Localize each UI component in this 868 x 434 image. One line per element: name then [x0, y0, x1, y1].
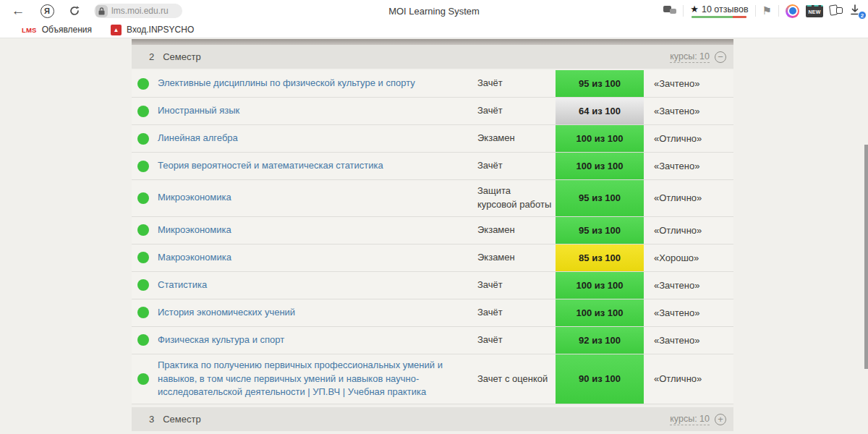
- yandex-home-button[interactable]: Я: [35, 1, 59, 21]
- status-dot-icon: [137, 373, 149, 385]
- status-dot-icon: [137, 133, 149, 145]
- bookmark-inpsycho[interactable]: ▲ Вход.INPSYCHO: [111, 25, 194, 35]
- lms-favicon: LMS: [22, 26, 37, 34]
- course-row: Иностранный язык Зачёт 64 из 100 «Зачтен…: [132, 98, 733, 125]
- grade-label: «Зачтено»: [644, 153, 733, 179]
- score-cell: 90 из 100: [556, 354, 644, 404]
- scrollbar-thumb[interactable]: [864, 145, 868, 369]
- course-link[interactable]: Микроэкономика: [158, 217, 477, 244]
- star-icon: ★: [690, 4, 699, 14]
- course-link[interactable]: Статистика: [158, 272, 477, 299]
- course-link[interactable]: Макроэкономика: [158, 244, 477, 271]
- browser-extension-icon[interactable]: [786, 4, 799, 18]
- semester-3-courses-link[interactable]: курсы: 10: [670, 414, 710, 425]
- bookmark-flag-icon[interactable]: ⚑: [762, 4, 772, 17]
- grade-label: «Отлично»: [644, 354, 733, 404]
- yandex-logo-icon: Я: [41, 4, 54, 18]
- expand-section-button[interactable]: +: [715, 414, 726, 425]
- exam-type-label: Зачёт: [477, 299, 556, 326]
- toolbar-divider: [683, 5, 684, 17]
- score-cell: 85 из 100: [556, 244, 644, 271]
- course-row: Микроэкономика Экзамен 95 из 100 «Отличн…: [132, 217, 733, 244]
- course-row: Макроэкономика Экзамен 85 из 100 «Хорошо…: [132, 244, 733, 272]
- status-dot-icon: [137, 78, 149, 90]
- downloads-button[interactable]: 2: [849, 4, 864, 18]
- score-cell: 100 из 100: [556, 272, 644, 299]
- exam-type-label: Зачёт: [477, 153, 556, 179]
- refresh-icon: [69, 5, 80, 17]
- course-row: Физическая культура и спорт Зачёт 92 из …: [132, 327, 733, 354]
- status-dot-icon: [137, 334, 149, 346]
- grade-label: «Зачтено»: [644, 272, 733, 299]
- grade-label: «Хорошо»: [644, 244, 733, 271]
- bookmark-label: Вход.INPSYCHO: [127, 25, 194, 35]
- browser-toolbar: ← Я lms.moi.edu.ru MOI Learning System ★…: [0, 0, 868, 22]
- course-link[interactable]: Физическая культура и спорт: [158, 327, 477, 354]
- semester-3-header: 3 Семестр курсы: 10 +: [132, 407, 733, 431]
- course-row: Линейная алгебра Экзамен 100 из 100 «Отл…: [132, 125, 733, 153]
- course-link[interactable]: Иностранный язык: [158, 98, 477, 124]
- score-cell: 95 из 100: [556, 70, 644, 97]
- refresh-button[interactable]: [62, 1, 87, 21]
- grade-label: «Зачтено»: [644, 98, 733, 124]
- semester-title: Семестр: [163, 51, 200, 62]
- course-link[interactable]: Теория вероятностей и математическая ста…: [158, 153, 477, 179]
- address-bar[interactable]: lms.moi.edu.ru: [94, 4, 182, 18]
- grade-label: «Зачтено»: [644, 70, 733, 97]
- url-text: lms.moi.edu.ru: [111, 6, 169, 16]
- back-button[interactable]: ←: [6, 1, 30, 21]
- exam-type-label: Экзамен: [477, 125, 556, 152]
- course-link[interactable]: Линейная алгебра: [158, 125, 477, 152]
- download-count-badge: 2: [858, 11, 867, 20]
- exam-type-label: Экзамен: [477, 217, 556, 244]
- score-cell: 100 из 100: [556, 153, 644, 179]
- collapse-section-button[interactable]: −: [715, 51, 726, 63]
- exam-type-label: Зачет с оценкой: [477, 354, 556, 404]
- exam-type-label: Зачёт: [477, 98, 556, 124]
- site-reviews-widget[interactable]: ★ 10 отзывов: [690, 4, 748, 18]
- inpsycho-favicon: ▲: [111, 25, 122, 35]
- semester-2-courses-link[interactable]: курсы: 10: [670, 51, 710, 63]
- course-link[interactable]: Микроэкономика: [158, 180, 477, 216]
- courses-table: Элективные дисциплины по физической куль…: [132, 70, 733, 404]
- course-row: Теория вероятностей и математическая ста…: [132, 153, 733, 180]
- status-dot-icon: [137, 224, 149, 236]
- toolbar-divider: [755, 5, 756, 17]
- reviews-count-label: 10 отзывов: [702, 4, 749, 14]
- toolbar-divider: [778, 5, 779, 17]
- rating-bar: [692, 16, 746, 18]
- score-cell: 92 из 100: [556, 327, 644, 354]
- status-dot-icon: [137, 279, 149, 291]
- score-cell: 100 из 100: [556, 125, 644, 152]
- course-link[interactable]: Практика по получению первичных професси…: [158, 354, 477, 404]
- exam-type-label: Экзамен: [477, 244, 556, 271]
- exam-type-label: Зачёт: [477, 70, 556, 97]
- course-row: Элективные дисциплины по физической куль…: [132, 70, 733, 98]
- bookmarks-bar: LMS Объявления ▲ Вход.INPSYCHO: [0, 22, 868, 38]
- bookmark-announcements[interactable]: LMS Объявления: [22, 25, 92, 35]
- new-extension-icon[interactable]: NEW: [806, 5, 823, 17]
- chats-icon[interactable]: [663, 5, 676, 17]
- score-cell: 100 из 100: [556, 299, 644, 326]
- course-link[interactable]: Элективные дисциплины по физической куль…: [158, 70, 477, 97]
- course-row: Статистика Зачёт 100 из 100 «Зачтено»: [132, 272, 733, 299]
- grade-label: «Отлично»: [644, 217, 733, 244]
- grade-label: «Зачтено»: [644, 327, 733, 354]
- course-row: История экономических учений Зачёт 100 и…: [132, 299, 733, 327]
- course-link[interactable]: История экономических учений: [158, 299, 477, 326]
- grade-label: «Зачтено»: [644, 299, 733, 326]
- status-dot-icon: [137, 161, 149, 172]
- status-dot-icon: [137, 307, 149, 318]
- semester-number: 3: [149, 414, 154, 425]
- exam-type-label: Зачёт: [477, 327, 556, 354]
- bookmark-label: Объявления: [42, 25, 92, 35]
- grade-label: «Отлично»: [644, 180, 733, 216]
- course-row: Микроэкономика Защита курсовой работы 95…: [132, 180, 733, 217]
- collections-icon[interactable]: [830, 5, 843, 17]
- lms-page: 2 Семестр курсы: 10 − Элективные дисципл…: [0, 39, 868, 434]
- status-dot-icon: [137, 192, 149, 204]
- score-cell: 95 из 100: [556, 180, 644, 216]
- status-dot-icon: [137, 106, 149, 117]
- exam-type-label: Зачёт: [477, 272, 556, 299]
- back-arrow-icon: ←: [12, 3, 25, 19]
